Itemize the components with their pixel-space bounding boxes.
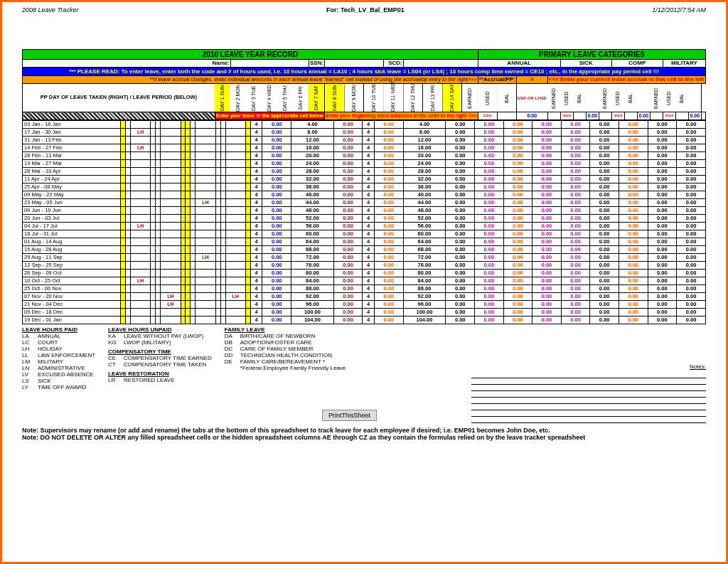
- day-cell[interactable]: [181, 246, 186, 254]
- day-cell[interactable]: [225, 121, 245, 129]
- day-cell[interactable]: [151, 277, 156, 285]
- day-cell[interactable]: [196, 168, 215, 176]
- day-cell[interactable]: [151, 285, 156, 293]
- day-cell[interactable]: [121, 191, 126, 199]
- day-cell[interactable]: [186, 168, 191, 176]
- day-cell[interactable]: [130, 199, 150, 207]
- day-cell[interactable]: [191, 238, 196, 246]
- day-cell[interactable]: [186, 215, 191, 223]
- day-cell[interactable]: [220, 262, 225, 270]
- day-cell[interactable]: [181, 301, 186, 309]
- day-cell[interactable]: [215, 207, 220, 215]
- day-cell[interactable]: [151, 121, 156, 129]
- day-cell[interactable]: [186, 254, 191, 262]
- day-cell[interactable]: [225, 152, 245, 160]
- day-cell[interactable]: [156, 285, 161, 293]
- day-cell[interactable]: [245, 152, 250, 160]
- name-field[interactable]: [230, 60, 309, 68]
- day-cell[interactable]: [130, 309, 150, 316]
- day-cell[interactable]: [215, 121, 220, 129]
- day-cell[interactable]: [186, 246, 191, 254]
- day-cell[interactable]: [181, 176, 186, 183]
- day-cell[interactable]: [121, 277, 126, 285]
- day-cell[interactable]: [125, 152, 130, 160]
- day-cell[interactable]: [181, 223, 186, 230]
- day-cell[interactable]: [161, 223, 181, 230]
- day-cell[interactable]: [151, 207, 156, 215]
- day-cell[interactable]: LH: [196, 254, 215, 262]
- day-cell[interactable]: [191, 129, 196, 137]
- day-cell[interactable]: [161, 262, 181, 270]
- day-cell[interactable]: [186, 121, 191, 129]
- day-cell[interactable]: [125, 230, 130, 238]
- day-cell[interactable]: [181, 270, 186, 277]
- day-cell[interactable]: [121, 293, 126, 301]
- day-cell[interactable]: [156, 270, 161, 277]
- day-cell[interactable]: [186, 230, 191, 238]
- day-cell[interactable]: [191, 246, 196, 254]
- day-cell[interactable]: [125, 129, 130, 137]
- day-cell[interactable]: [121, 301, 126, 309]
- day-cell[interactable]: [225, 215, 245, 223]
- day-cell[interactable]: [156, 230, 161, 238]
- day-cell[interactable]: [125, 238, 130, 246]
- day-cell[interactable]: [225, 238, 245, 246]
- day-cell[interactable]: LH: [161, 293, 181, 301]
- day-cell[interactable]: [225, 270, 245, 277]
- day-cell[interactable]: [245, 262, 250, 270]
- day-cell[interactable]: [220, 183, 225, 191]
- day-cell[interactable]: [121, 144, 126, 152]
- day-cell[interactable]: [151, 238, 156, 246]
- day-cell[interactable]: [215, 129, 220, 137]
- day-cell[interactable]: LH: [225, 293, 245, 301]
- day-cell[interactable]: [156, 144, 161, 152]
- day-cell[interactable]: [225, 168, 245, 176]
- day-cell[interactable]: [130, 316, 150, 324]
- init-balance[interactable]: >>>: [611, 112, 624, 120]
- day-cell[interactable]: [156, 207, 161, 215]
- day-cell[interactable]: [220, 191, 225, 199]
- day-cell[interactable]: [161, 230, 181, 238]
- day-cell[interactable]: [130, 262, 150, 270]
- day-cell[interactable]: [245, 246, 250, 254]
- day-cell[interactable]: LH: [130, 144, 150, 152]
- day-cell[interactable]: [220, 301, 225, 309]
- day-cell[interactable]: [161, 121, 181, 129]
- day-cell[interactable]: [186, 129, 191, 137]
- day-cell[interactable]: [130, 230, 150, 238]
- day-cell[interactable]: [196, 191, 215, 199]
- day-cell[interactable]: [186, 309, 191, 316]
- day-cell[interactable]: [130, 152, 150, 160]
- day-cell[interactable]: [220, 270, 225, 277]
- day-cell[interactable]: [215, 238, 220, 246]
- day-cell[interactable]: [161, 270, 181, 277]
- day-cell[interactable]: [121, 316, 126, 324]
- day-cell[interactable]: [196, 183, 215, 191]
- day-cell[interactable]: [181, 191, 186, 199]
- day-cell[interactable]: [125, 223, 130, 230]
- day-cell[interactable]: [130, 191, 150, 199]
- init-balance[interactable]: 0.00: [516, 112, 547, 120]
- day-cell[interactable]: [121, 152, 126, 160]
- day-cell[interactable]: [215, 254, 220, 262]
- day-cell[interactable]: [196, 316, 215, 324]
- day-cell[interactable]: [181, 262, 186, 270]
- day-cell[interactable]: [156, 223, 161, 230]
- day-cell[interactable]: [186, 270, 191, 277]
- day-cell[interactable]: [225, 230, 245, 238]
- day-cell[interactable]: [196, 137, 215, 144]
- day-cell[interactable]: [161, 183, 181, 191]
- day-cell[interactable]: [130, 293, 150, 301]
- day-cell[interactable]: [191, 207, 196, 215]
- day-cell[interactable]: [121, 207, 126, 215]
- day-cell[interactable]: [125, 137, 130, 144]
- day-cell[interactable]: [191, 262, 196, 270]
- day-cell[interactable]: [191, 293, 196, 301]
- day-cell[interactable]: [151, 316, 156, 324]
- init-balance[interactable]: [675, 112, 688, 120]
- day-cell[interactable]: [220, 223, 225, 230]
- day-cell[interactable]: [196, 293, 215, 301]
- day-cell[interactable]: [215, 277, 220, 285]
- day-cell[interactable]: [151, 301, 156, 309]
- day-cell[interactable]: [245, 160, 250, 168]
